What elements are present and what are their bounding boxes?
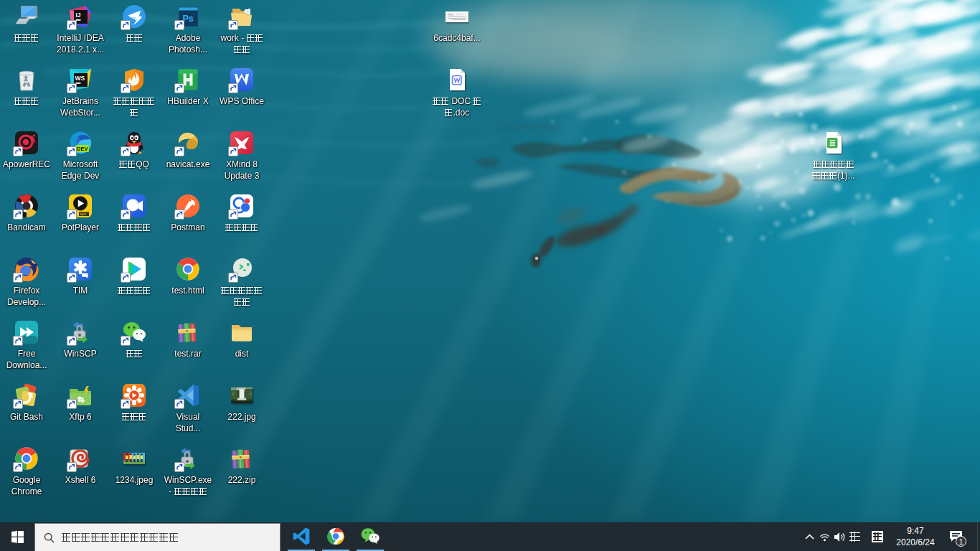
- svg-text:DEV: DEV: [77, 146, 88, 152]
- svg-text:IJ: IJ: [76, 11, 81, 19]
- svg-text:ayer: ayer: [80, 212, 87, 216]
- svg-text:WS: WS: [75, 75, 85, 82]
